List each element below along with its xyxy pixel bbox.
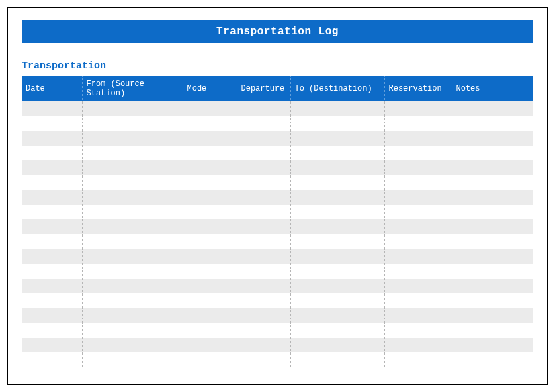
cell-departure[interactable] [237,264,290,279]
cell-mode[interactable] [183,264,237,279]
cell-to[interactable] [290,352,384,367]
cell-notes[interactable] [452,323,533,338]
cell-date[interactable] [22,205,82,219]
cell-reservation[interactable] [384,293,452,308]
cell-notes[interactable] [452,234,533,249]
cell-to[interactable] [290,160,384,175]
cell-from[interactable] [82,308,183,323]
cell-departure[interactable] [237,146,290,160]
cell-date[interactable] [22,249,82,264]
cell-departure[interactable] [237,190,290,205]
cell-departure[interactable] [237,205,290,219]
cell-to[interactable] [290,308,384,323]
cell-to[interactable] [290,116,384,131]
cell-departure[interactable] [237,116,290,131]
cell-notes[interactable] [452,279,533,293]
cell-to[interactable] [290,190,384,205]
cell-mode[interactable] [183,234,237,249]
cell-notes[interactable] [452,308,533,323]
cell-from[interactable] [82,205,183,219]
cell-reservation[interactable] [384,219,452,234]
cell-notes[interactable] [452,160,533,175]
cell-mode[interactable] [183,205,237,219]
cell-to[interactable] [290,219,384,234]
cell-departure[interactable] [237,219,290,234]
cell-notes[interactable] [452,338,533,352]
cell-notes[interactable] [452,219,533,234]
cell-from[interactable] [82,175,183,190]
cell-from[interactable] [82,131,183,146]
cell-mode[interactable] [183,219,237,234]
cell-reservation[interactable] [384,175,452,190]
cell-notes[interactable] [452,264,533,279]
cell-from[interactable] [82,323,183,338]
cell-reservation[interactable] [384,234,452,249]
cell-departure[interactable] [237,160,290,175]
cell-mode[interactable] [183,279,237,293]
cell-notes[interactable] [452,101,533,116]
cell-reservation[interactable] [384,160,452,175]
cell-departure[interactable] [237,308,290,323]
cell-date[interactable] [22,293,82,308]
cell-mode[interactable] [183,175,237,190]
cell-to[interactable] [290,234,384,249]
cell-reservation[interactable] [384,308,452,323]
cell-date[interactable] [22,234,82,249]
cell-from[interactable] [82,101,183,116]
cell-departure[interactable] [237,323,290,338]
cell-to[interactable] [290,264,384,279]
cell-departure[interactable] [237,131,290,146]
cell-notes[interactable] [452,205,533,219]
cell-mode[interactable] [183,249,237,264]
cell-departure[interactable] [237,279,290,293]
cell-from[interactable] [82,293,183,308]
cell-mode[interactable] [183,131,237,146]
cell-departure[interactable] [237,249,290,264]
cell-notes[interactable] [452,146,533,160]
cell-from[interactable] [82,249,183,264]
cell-mode[interactable] [183,293,237,308]
cell-notes[interactable] [452,190,533,205]
cell-mode[interactable] [183,160,237,175]
cell-to[interactable] [290,146,384,160]
cell-mode[interactable] [183,116,237,131]
cell-notes[interactable] [452,249,533,264]
cell-reservation[interactable] [384,279,452,293]
cell-mode[interactable] [183,323,237,338]
cell-mode[interactable] [183,308,237,323]
cell-from[interactable] [82,234,183,249]
cell-reservation[interactable] [384,264,452,279]
cell-reservation[interactable] [384,338,452,352]
cell-mode[interactable] [183,101,237,116]
cell-mode[interactable] [183,338,237,352]
cell-mode[interactable] [183,352,237,367]
cell-date[interactable] [22,146,82,160]
cell-date[interactable] [22,352,82,367]
cell-reservation[interactable] [384,352,452,367]
cell-from[interactable] [82,264,183,279]
cell-to[interactable] [290,323,384,338]
cell-to[interactable] [290,249,384,264]
cell-reservation[interactable] [384,131,452,146]
cell-from[interactable] [82,160,183,175]
cell-to[interactable] [290,293,384,308]
cell-notes[interactable] [452,131,533,146]
cell-from[interactable] [82,338,183,352]
cell-mode[interactable] [183,146,237,160]
cell-to[interactable] [290,338,384,352]
cell-to[interactable] [290,175,384,190]
cell-reservation[interactable] [384,190,452,205]
cell-date[interactable] [22,116,82,131]
cell-departure[interactable] [237,338,290,352]
cell-departure[interactable] [237,101,290,116]
cell-date[interactable] [22,264,82,279]
cell-date[interactable] [22,175,82,190]
cell-reservation[interactable] [384,205,452,219]
cell-date[interactable] [22,279,82,293]
cell-notes[interactable] [452,293,533,308]
cell-to[interactable] [290,205,384,219]
cell-to[interactable] [290,101,384,116]
cell-notes[interactable] [452,116,533,131]
cell-from[interactable] [82,190,183,205]
cell-reservation[interactable] [384,101,452,116]
